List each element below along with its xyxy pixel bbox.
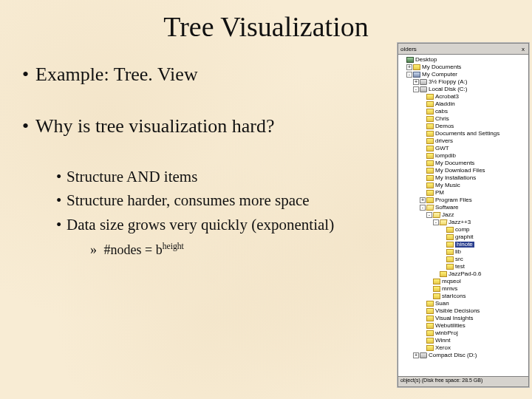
tree-node-label[interactable]: GWT xyxy=(435,146,449,151)
tree-node[interactable]: iompdib xyxy=(400,152,527,160)
tree-node[interactable]: -Jazz++3 xyxy=(400,219,527,226)
expand-icon[interactable]: + xyxy=(413,352,419,358)
tree-node-label[interactable]: My Computer xyxy=(422,72,457,78)
tree-node[interactable]: PM xyxy=(400,189,527,197)
expand-icon[interactable]: + xyxy=(420,197,426,203)
tree-node-label[interactable]: 3½ Floppy (A:) xyxy=(429,79,467,85)
tree-node-label[interactable]: Chris xyxy=(435,116,449,122)
tree-node-label[interactable]: Program Files xyxy=(435,197,472,203)
tree-node-label[interactable]: My Documents xyxy=(435,160,474,166)
tree-node[interactable]: mqseol xyxy=(400,278,527,285)
bullet-why-hard: •Why is tree visualization hard? xyxy=(22,115,377,137)
expand-icon[interactable]: + xyxy=(413,79,419,85)
tree-node[interactable]: Visible Decisions xyxy=(400,307,527,315)
tree-node-label[interactable]: Local Disk (C:) xyxy=(429,86,467,92)
tree-node-label[interactable]: mqseol xyxy=(442,279,461,284)
tree-node[interactable]: Webutilities xyxy=(400,322,527,330)
tree-node[interactable]: winbProj xyxy=(400,330,527,337)
folder-closed-icon xyxy=(446,227,454,233)
tree-node[interactable]: test xyxy=(400,263,527,270)
tree-node[interactable]: Demos xyxy=(400,123,527,130)
tree-node-label[interactable]: Suan xyxy=(435,301,449,307)
tree-node[interactable]: comp xyxy=(400,226,527,233)
tree-node-label[interactable]: starIcons xyxy=(442,293,466,299)
tree-node[interactable]: Suan xyxy=(400,300,527,307)
tree-node[interactable]: -Jazz xyxy=(400,211,527,219)
tree-node[interactable]: starIcons xyxy=(400,293,527,300)
collapse-icon[interactable]: - xyxy=(420,205,426,211)
tree-node[interactable]: src xyxy=(400,256,527,263)
tree-node[interactable]: Desktop xyxy=(400,56,527,64)
tree-node[interactable]: My Download Files xyxy=(400,167,527,174)
tree-node-label[interactable]: drivers xyxy=(435,138,453,144)
close-icon[interactable]: x xyxy=(520,46,526,52)
tree-node[interactable]: +My Documents xyxy=(400,64,527,71)
tree-node-label[interactable]: Visible Decisions xyxy=(435,308,480,314)
tree-node[interactable]: My Documents xyxy=(400,160,527,167)
collapse-icon[interactable]: - xyxy=(406,72,412,78)
tree-node-label[interactable]: winbProj xyxy=(435,330,458,336)
tree-node-label[interactable]: Jazz xyxy=(442,212,454,218)
collapse-icon[interactable]: - xyxy=(426,212,432,218)
tree-body[interactable]: Desktop+My Documents-My Computer+3½ Flop… xyxy=(398,55,528,376)
tree-node-label[interactable]: Acrobat3 xyxy=(435,94,459,100)
tree-node-label[interactable]: Demos xyxy=(435,123,454,129)
folder-closed-icon xyxy=(433,286,440,292)
tree-node-label[interactable]: Jazz++3 xyxy=(449,219,471,225)
tree-node-label[interactable]: PM xyxy=(435,190,444,196)
tree-node-label[interactable]: hinote xyxy=(455,242,474,248)
tree-node[interactable]: GWT xyxy=(400,145,527,152)
tree-node[interactable]: +Compact Disc (D:) xyxy=(400,352,527,359)
tree-node-label[interactable]: My Installations xyxy=(435,175,476,181)
tree-panel-title: olders xyxy=(400,46,417,52)
tree-node[interactable]: +3½ Floppy (A:) xyxy=(400,78,527,86)
tree-node[interactable]: -Software xyxy=(400,204,527,211)
tree-node-label[interactable]: My Download Files xyxy=(435,168,485,174)
tree-node[interactable]: Aladdin xyxy=(400,100,527,108)
tree-node-label[interactable]: src xyxy=(455,256,463,262)
tree-node-label[interactable]: mmvs xyxy=(442,286,457,292)
tree-node-label[interactable]: test xyxy=(455,264,465,270)
tree-node[interactable]: -Local Disk (C:) xyxy=(400,86,527,93)
tree-node-label[interactable]: My Music xyxy=(435,183,460,188)
tree-node[interactable]: JazzPad-0.6 xyxy=(400,270,527,278)
tree-node[interactable]: Winnt xyxy=(400,337,527,344)
tree-node-label[interactable]: lib xyxy=(455,249,461,255)
expand-icon[interactable]: + xyxy=(406,64,412,70)
tree-node[interactable]: lib xyxy=(400,248,527,256)
folder-closed-icon xyxy=(426,197,434,203)
tree-node[interactable]: Acrobat3 xyxy=(400,93,527,100)
tree-node-label[interactable]: Compact Disc (D:) xyxy=(429,352,477,358)
tree-node[interactable]: +Program Files xyxy=(400,197,527,204)
tree-node-label[interactable]: Winnt xyxy=(435,338,450,344)
tree-node-label[interactable]: comp xyxy=(455,227,470,233)
tree-node-label[interactable]: Aladdin xyxy=(435,101,455,107)
tree-node[interactable]: Visual Insights xyxy=(400,315,527,322)
tree-node[interactable]: My Installations xyxy=(400,174,527,182)
tree-node-label[interactable]: graphit xyxy=(455,234,473,240)
tree-node[interactable]: Xerox xyxy=(400,344,527,352)
tree-node-label[interactable]: Documents and Settings xyxy=(435,131,499,137)
tree-node-label[interactable]: Webutilities xyxy=(435,323,466,329)
tree-node[interactable]: graphit xyxy=(400,233,527,241)
tree-node-label[interactable]: Xerox xyxy=(435,345,451,351)
tree-node[interactable]: -My Computer xyxy=(400,71,527,78)
tree-node-label[interactable]: iompdib xyxy=(435,153,456,159)
tree-node-label[interactable]: JazzPad-0.6 xyxy=(449,271,481,277)
tree-node[interactable]: hinote xyxy=(400,241,527,248)
collapse-icon[interactable]: - xyxy=(433,219,439,225)
tree-node[interactable]: drivers xyxy=(400,137,527,145)
tree-node[interactable]: Chris xyxy=(400,115,527,123)
tree-node[interactable]: My Music xyxy=(400,182,527,189)
formula-base: #nodes = b xyxy=(104,242,163,257)
tree-node-label[interactable]: cabs xyxy=(435,109,448,115)
tree-node[interactable]: mmvs xyxy=(400,285,527,293)
tree-node[interactable]: cabs xyxy=(400,108,527,115)
collapse-icon[interactable]: - xyxy=(413,86,419,92)
tree-node[interactable]: Documents and Settings xyxy=(400,130,527,137)
tree-node-label[interactable]: Software xyxy=(435,205,459,211)
tree-node-label[interactable]: Desktop xyxy=(415,57,437,63)
tree-node-label[interactable]: My Documents xyxy=(422,64,461,70)
folder-closed-icon xyxy=(426,330,434,336)
tree-node-label[interactable]: Visual Insights xyxy=(435,316,473,321)
